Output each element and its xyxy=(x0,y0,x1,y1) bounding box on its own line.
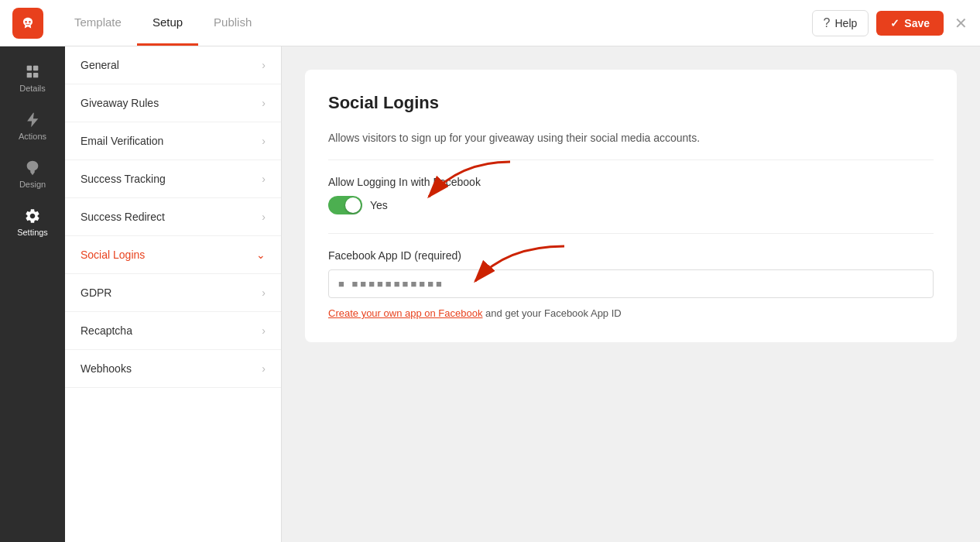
save-button[interactable]: ✓ Save xyxy=(876,11,944,36)
check-icon: ✓ xyxy=(890,17,899,29)
facebook-create-app-link[interactable]: Create your own app on Facebook xyxy=(328,307,482,319)
main-tabs: Template Setup Publish xyxy=(59,0,267,46)
app-logo[interactable] xyxy=(12,8,43,39)
svg-rect-6 xyxy=(33,73,38,77)
chevron-right-icon: › xyxy=(262,135,266,147)
toggle-field-label: Allow Logging In with Facebook xyxy=(328,176,934,188)
menu-item-giveaway-rules[interactable]: Giveaway Rules › xyxy=(65,84,281,122)
toggle-row: Yes xyxy=(328,196,934,214)
facebook-toggle-section: Allow Logging In with Facebook Yes xyxy=(328,176,934,214)
facebook-app-id-input[interactable] xyxy=(328,269,934,298)
settings-sidebar: General › Giveaway Rules › Email Verific… xyxy=(65,46,282,542)
app-id-input-wrapper xyxy=(328,269,934,307)
divider xyxy=(328,160,934,160)
svg-point-2 xyxy=(29,21,30,22)
divider2 xyxy=(328,233,934,234)
sidebar-item-design[interactable]: Design xyxy=(0,150,65,198)
help-icon: ? xyxy=(824,16,831,30)
chevron-right-icon: › xyxy=(262,173,266,185)
sidebar-item-settings[interactable]: Settings xyxy=(0,198,65,246)
top-nav: Template Setup Publish ? Help ✓ Save ✕ xyxy=(0,0,980,46)
toggle-yes-label: Yes xyxy=(370,199,388,211)
chevron-right-icon: › xyxy=(262,97,266,109)
svg-rect-3 xyxy=(27,66,32,70)
tab-publish[interactable]: Publish xyxy=(198,0,267,46)
chevron-right-icon: › xyxy=(262,211,266,223)
main-content: Social Logins Allows visitors to sign up… xyxy=(282,46,980,542)
menu-item-general[interactable]: General › xyxy=(65,46,281,84)
help-button[interactable]: ? Help xyxy=(812,10,869,36)
left-sidebar: Details Actions Design Settings xyxy=(0,46,65,542)
chevron-right-icon: › xyxy=(262,324,266,337)
chevron-right-icon: › xyxy=(262,59,266,71)
menu-item-social-logins[interactable]: Social Logins ⌄ xyxy=(65,236,281,274)
facebook-appid-section: Facebook App ID (required) Create xyxy=(328,249,934,319)
menu-item-success-tracking[interactable]: Success Tracking › xyxy=(65,160,281,198)
svg-rect-5 xyxy=(27,73,32,77)
page-title: Social Logins xyxy=(328,93,934,113)
menu-item-recaptcha[interactable]: Recaptcha › xyxy=(65,312,281,350)
chevron-down-icon: ⌄ xyxy=(256,249,266,261)
chevron-right-icon: › xyxy=(262,362,266,375)
tab-setup[interactable]: Setup xyxy=(137,0,198,46)
menu-item-email-verification[interactable]: Email Verification › xyxy=(65,122,281,160)
menu-item-success-redirect[interactable]: Success Redirect › xyxy=(65,198,281,236)
svg-rect-4 xyxy=(33,66,38,70)
menu-item-gdpr[interactable]: GDPR › xyxy=(65,274,281,312)
facebook-toggle[interactable] xyxy=(328,196,362,214)
facebook-link-hint: Create your own app on Facebook and get … xyxy=(328,307,934,319)
sidebar-item-actions[interactable]: Actions xyxy=(0,102,65,150)
menu-item-webhooks[interactable]: Webhooks › xyxy=(65,350,281,388)
main-layout: Details Actions Design Settings General … xyxy=(0,46,980,542)
sidebar-item-details[interactable]: Details xyxy=(0,54,65,102)
app-id-label: Facebook App ID (required) xyxy=(328,249,934,262)
chevron-right-icon: › xyxy=(262,286,266,299)
section-description: Allows visitors to sign up for your give… xyxy=(328,132,934,144)
svg-point-1 xyxy=(25,21,26,22)
tab-template[interactable]: Template xyxy=(59,0,137,46)
close-button[interactable]: ✕ xyxy=(954,14,968,33)
content-card: Social Logins Allows visitors to sign up… xyxy=(305,70,957,342)
